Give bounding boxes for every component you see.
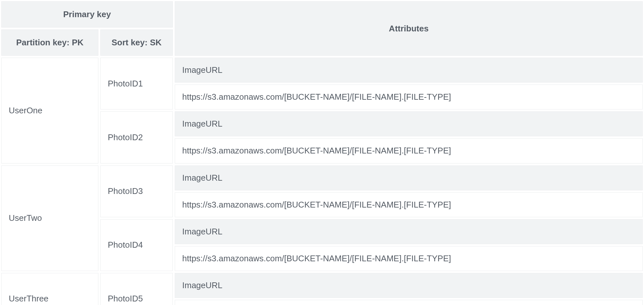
pk-cell: UserThree (1, 273, 98, 305)
header-partition-key: Partition key: PK (1, 29, 98, 56)
attr-value: https://s3.amazonaws.com/[BUCKET-NAME]/[… (175, 300, 643, 305)
header-primary-key: Primary key (1, 1, 173, 28)
sk-cell: PhotoID5 (100, 273, 173, 305)
sk-cell: PhotoID1 (100, 58, 173, 109)
attr-value: https://s3.amazonaws.com/[BUCKET-NAME]/[… (175, 246, 643, 271)
attr-value: https://s3.amazonaws.com/[BUCKET-NAME]/[… (175, 192, 643, 217)
attr-value: https://s3.amazonaws.com/[BUCKET-NAME]/[… (175, 138, 643, 163)
sk-cell: PhotoID3 (100, 165, 173, 217)
attr-label: ImageURL (175, 219, 643, 244)
header-sort-key: Sort key: SK (100, 29, 173, 56)
header-attributes: Attributes (175, 1, 643, 56)
sk-cell: PhotoID4 (100, 219, 173, 271)
attr-label: ImageURL (175, 111, 643, 136)
sk-cell: PhotoID2 (100, 111, 173, 163)
dynamodb-schema-table: Primary key Attributes Partition key: PK… (1, 1, 643, 305)
pk-cell: UserOne (1, 58, 98, 163)
attr-label: ImageURL (175, 273, 643, 298)
attr-value: https://s3.amazonaws.com/[BUCKET-NAME]/[… (175, 85, 643, 109)
attr-label: ImageURL (175, 165, 643, 190)
pk-cell: UserTwo (1, 165, 98, 271)
attr-label: ImageURL (175, 58, 643, 83)
